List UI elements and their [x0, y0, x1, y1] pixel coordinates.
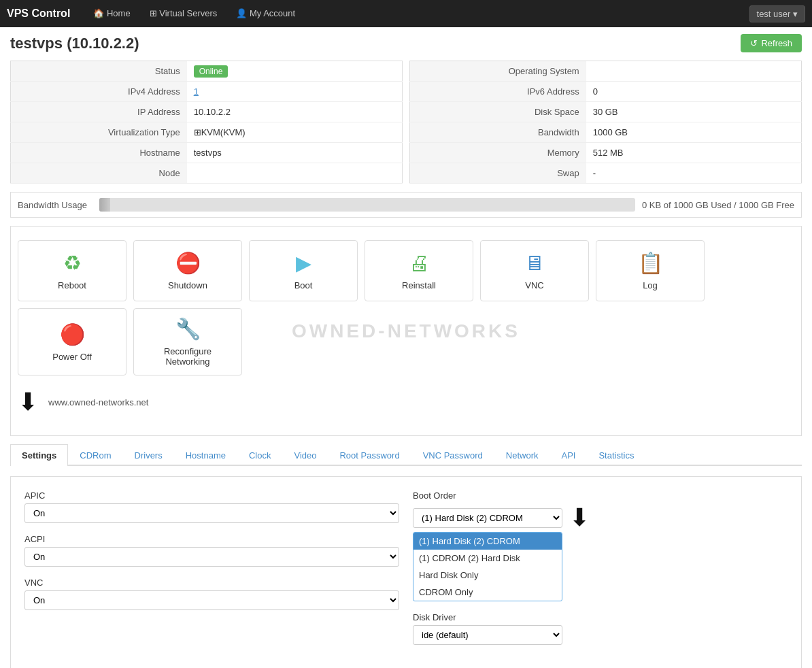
- tab-video[interactable]: Video: [282, 444, 328, 466]
- reboot-button[interactable]: ♻ Reboot: [18, 240, 126, 301]
- tabs: Settings CDRom Drivers Hostname Clock Vi…: [10, 444, 802, 466]
- shutdown-icon: ⛔: [175, 251, 201, 275]
- tab-statistics[interactable]: Statistics: [587, 444, 645, 466]
- boot-option-1[interactable]: (1) Hard Disk (2) CDROM: [413, 533, 562, 550]
- disk-driver-select[interactable]: ide (default) virtio scsi: [413, 625, 562, 645]
- arrow-url: www.owned-networks.net: [48, 397, 148, 407]
- power-off-icon: 🔴: [60, 322, 85, 346]
- boot-order-group: Boot Order (1) Hard Disk (2) CDROM (1) C…: [413, 490, 788, 601]
- nav-home[interactable]: 🏠 Home: [84, 0, 139, 27]
- user-menu[interactable]: test user ▾: [749, 5, 805, 22]
- info-table-right: Operating System IPv6 Address 0 Disk Spa…: [409, 61, 802, 184]
- table-row: Node: [11, 163, 403, 184]
- log-label: Log: [643, 280, 658, 290]
- log-icon: 📋: [638, 251, 663, 275]
- boot-button[interactable]: ▶ Boot: [249, 240, 358, 301]
- boot-order-select[interactable]: (1) Hard Disk (2) CDROM (1) CDROM (2) Ha…: [413, 508, 562, 528]
- action-buttons-row2: 🔴 Power Off 🔧 Reconfigure Networking: [18, 308, 794, 375]
- boot-label: Boot: [294, 280, 313, 290]
- disk-driver-label: Disk Driver: [413, 612, 788, 622]
- vnc-icon: 🖥: [524, 252, 545, 275]
- table-row: Hostname testvps: [11, 143, 403, 163]
- navbar: VPS Control 🏠 Home ⊞ Virtual Servers 👤 M…: [0, 0, 812, 27]
- disk-driver-group: Disk Driver ide (default) virtio scsi: [413, 612, 788, 645]
- arrow-row: ⬇ www.owned-networks.net: [18, 382, 794, 422]
- ipv4-link[interactable]: 1: [194, 86, 199, 97]
- vnc-button[interactable]: 🖥 VNC: [480, 240, 589, 301]
- acpi-group: ACPI On Off: [24, 534, 399, 567]
- tab-cdrom[interactable]: CDRom: [68, 444, 122, 466]
- bandwidth-row: Bandwidth Usage 0 KB of 1000 GB Used / 1…: [10, 192, 802, 218]
- boot-order-label: Boot Order: [413, 490, 788, 501]
- table-row: Disk Space 30 GB: [410, 102, 802, 122]
- tab-vnc-password[interactable]: VNC Password: [411, 444, 494, 466]
- boot-option-3[interactable]: Hard Disk Only: [413, 567, 562, 584]
- power-off-button[interactable]: 🔴 Power Off: [18, 308, 126, 375]
- vnc-setting-label: VNC: [24, 578, 399, 588]
- apic-select[interactable]: On Off: [24, 503, 399, 523]
- brand: VPS Control: [7, 7, 70, 20]
- boot-order-arrow-icon: ⬇: [569, 503, 590, 532]
- table-row: IPv6 Address 0: [410, 82, 802, 102]
- reinstall-icon: 🖨: [409, 252, 429, 275]
- action-buttons-row1: ♻ Reboot ⛔ Shutdown ▶ Boot 🖨 Reinstall 🖥…: [18, 240, 794, 301]
- vnc-label: VNC: [525, 280, 543, 290]
- bandwidth-bar-container: [99, 198, 635, 212]
- acpi-label: ACPI: [24, 534, 399, 544]
- reconfig-icon: 🔧: [175, 317, 201, 341]
- table-row: Virtualization Type ⊞KVM(KVM): [11, 122, 403, 143]
- settings-section: APIC On Off ACPI On Off VNC On Off: [10, 476, 802, 668]
- page-header: testvps (10.10.2.2) ↺ Refresh: [10, 34, 802, 52]
- tab-settings[interactable]: Settings: [10, 444, 68, 466]
- reinstall-button[interactable]: 🖨 Reinstall: [365, 240, 473, 301]
- vnc-select[interactable]: On Off: [24, 590, 399, 610]
- apic-group: APIC On Off: [24, 490, 399, 523]
- table-row: Status Online: [11, 61, 403, 82]
- action-section: OWNED-NETWORKS ♻ Reboot ⛔ Shutdown ▶ Boo…: [10, 226, 802, 436]
- acpi-select[interactable]: On Off: [24, 547, 399, 567]
- reboot-label: Reboot: [58, 280, 86, 290]
- tab-root-password[interactable]: Root Password: [328, 444, 411, 466]
- nav-links: 🏠 Home ⊞ Virtual Servers 👤 My Account: [84, 0, 749, 27]
- log-button[interactable]: 📋 Log: [596, 240, 705, 301]
- table-row: IPv4 Address 1: [11, 82, 403, 102]
- arrow-down-icon: ⬇: [18, 388, 38, 416]
- tab-network[interactable]: Network: [494, 444, 550, 466]
- nav-my-account[interactable]: 👤 My Account: [226, 0, 305, 27]
- tab-api[interactable]: API: [549, 444, 587, 466]
- reboot-icon: ♻: [63, 251, 82, 275]
- refresh-button[interactable]: ↺ Refresh: [741, 34, 802, 52]
- shutdown-label: Shutdown: [168, 280, 207, 290]
- nav-virtual-servers[interactable]: ⊞ Virtual Servers: [140, 0, 227, 27]
- bandwidth-bar: [99, 198, 110, 212]
- table-row: Bandwidth 1000 GB: [410, 122, 802, 143]
- power-off-label: Power Off: [52, 352, 92, 362]
- tab-hostname[interactable]: Hostname: [174, 444, 237, 466]
- page-content: testvps (10.10.2.2) ↺ Refresh Status Onl…: [0, 27, 812, 668]
- reconfigure-networking-button[interactable]: 🔧 Reconfigure Networking: [133, 308, 242, 375]
- table-row: Operating System: [410, 61, 802, 82]
- boot-option-4[interactable]: CDROM Only: [413, 584, 562, 601]
- boot-order-dropdown-list: (1) Hard Disk (2) CDROM (1) CDROM (2) Ha…: [413, 532, 562, 601]
- settings-left: APIC On Off ACPI On Off VNC On Off: [24, 490, 399, 656]
- boot-icon: ▶: [296, 251, 311, 275]
- tab-clock[interactable]: Clock: [237, 444, 283, 466]
- reconfig-label: Reconfigure Networking: [141, 346, 235, 367]
- bandwidth-text: 0 KB of 1000 GB Used / 1000 GB Free: [642, 200, 794, 210]
- reinstall-label: Reinstall: [402, 280, 436, 290]
- shutdown-button[interactable]: ⛔ Shutdown: [133, 240, 242, 301]
- apic-label: APIC: [24, 490, 399, 501]
- table-row: Swap -: [410, 163, 802, 184]
- table-row: Memory 512 MB: [410, 143, 802, 163]
- table-row: IP Address 10.10.2.2: [11, 102, 403, 122]
- status-badge: Online: [194, 65, 229, 78]
- page-title: testvps (10.10.2.2): [10, 35, 139, 52]
- vnc-group: VNC On Off: [24, 578, 399, 610]
- bandwidth-label: Bandwidth Usage: [18, 200, 92, 210]
- tab-drivers[interactable]: Drivers: [123, 444, 174, 466]
- info-section: Status Online IPv4 Address 1 IP Address …: [10, 61, 802, 184]
- boot-option-2[interactable]: (1) CDROM (2) Hard Disk: [413, 550, 562, 567]
- settings-right: Boot Order (1) Hard Disk (2) CDROM (1) C…: [413, 490, 788, 656]
- refresh-icon: ↺: [750, 38, 758, 48]
- boot-order-dropdown-container: (1) Hard Disk (2) CDROM (1) CDROM (2) Ha…: [413, 503, 788, 532]
